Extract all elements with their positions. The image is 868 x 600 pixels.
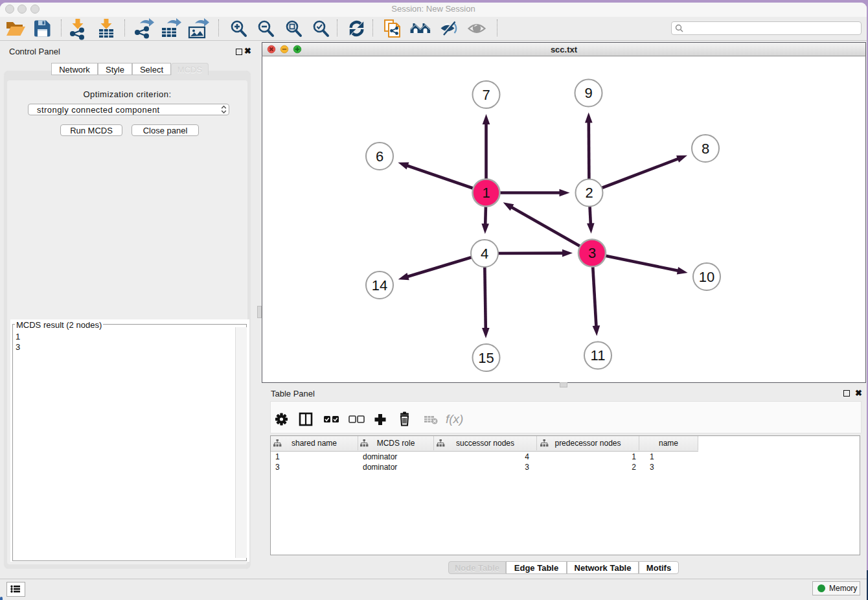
svg-text:4: 4 [481, 246, 488, 262]
svg-text:3: 3 [588, 245, 596, 261]
svg-text:10: 10 [699, 269, 714, 285]
svg-text:1: 1 [482, 185, 490, 201]
svg-text:7: 7 [482, 87, 490, 103]
svg-text:8: 8 [702, 141, 709, 157]
svg-text:6: 6 [376, 148, 383, 165]
svg-text:f(x): f(x) [446, 412, 463, 426]
svg-text:14: 14 [372, 277, 387, 294]
svg-text:2: 2 [585, 185, 593, 201]
svg-text:11: 11 [591, 347, 606, 363]
svg-text:15: 15 [478, 350, 494, 366]
svg-text:9: 9 [584, 85, 592, 101]
